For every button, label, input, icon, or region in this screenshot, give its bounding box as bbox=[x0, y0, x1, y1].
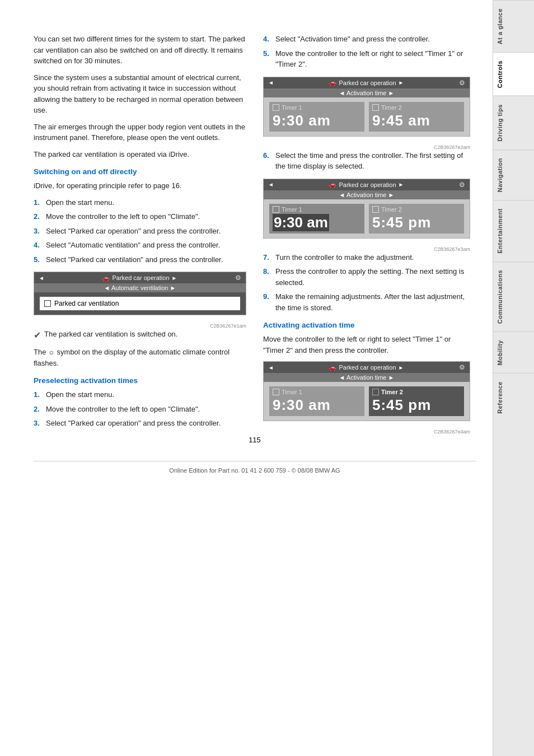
screen3-subheader: ◄ Activation time ► bbox=[339, 192, 395, 198]
screen1-item: Parked car ventilation bbox=[40, 297, 240, 310]
list-item: 2. Move the controller to the left to op… bbox=[34, 404, 246, 415]
arrow-right-icon3: ► bbox=[399, 181, 404, 188]
sidebar-tab-reference[interactable]: Reference bbox=[493, 373, 534, 422]
screen3-header: Parked car operation bbox=[339, 181, 396, 188]
intro-para1: You can set two different times for the … bbox=[34, 34, 246, 67]
list-item: 3. Select "Parked car operation" and pre… bbox=[34, 418, 246, 429]
screen2-subheader: ◄ Activation time ► bbox=[339, 90, 395, 96]
timer2-value: 9:45 am bbox=[372, 112, 461, 129]
car-icon: 🚗 bbox=[102, 274, 110, 282]
sidebar-tab-controls[interactable]: Controls bbox=[493, 52, 534, 96]
arrow-right-icon4: ► bbox=[399, 365, 404, 371]
checkbox-icon bbox=[44, 300, 51, 307]
car-icon4: 🚗 bbox=[329, 364, 336, 371]
section1-intro: iDrive, for operating principle refer to… bbox=[34, 180, 246, 192]
intro-para3: The air emerges through the upper body r… bbox=[34, 122, 246, 143]
intro-para2: Since the system uses a substantial amou… bbox=[34, 72, 246, 116]
section1-steps: 1. Open the start menu. 2. Move the cont… bbox=[34, 197, 246, 265]
screen2-caption: C2B36267e2am bbox=[263, 144, 470, 150]
screen3-caption: C2B36267e3am bbox=[263, 246, 470, 252]
timer2-label-3: Timer 2 bbox=[381, 389, 403, 395]
car-icon2: 🚗 bbox=[329, 79, 336, 86]
steps-end-list: 7. Turn the controller to make the adjus… bbox=[263, 252, 470, 314]
list-item: 5. Select "Parked car ventilation" and p… bbox=[34, 254, 246, 265]
list-item: 6. Select the time and press the control… bbox=[263, 150, 470, 172]
screen-activation-3: ◄ 🚗 Parked car operation ► ⚙ ◄ Activatio… bbox=[263, 361, 470, 421]
section3-text: Move the controller to the left or right… bbox=[263, 334, 470, 356]
sidebar-tab-communications[interactable]: Communications bbox=[493, 262, 534, 332]
screen4-subheader: ◄ Activation time ► bbox=[339, 374, 395, 381]
timer1-cell-2: Timer 1 9:30 am bbox=[269, 204, 364, 234]
sidebar-tab-navigation[interactable]: Navigation bbox=[493, 150, 534, 200]
timer2-value-2: 5:45 pm bbox=[372, 214, 461, 231]
screen2-header: Parked car operation bbox=[339, 80, 396, 86]
arrow-left-icon2: ◄ bbox=[268, 80, 274, 86]
timer1-checkbox-3 bbox=[273, 389, 279, 395]
settings-icon2: ⚙ bbox=[459, 79, 465, 87]
list-item: 1. Open the start menu. bbox=[34, 197, 246, 208]
settings-icon4: ⚙ bbox=[459, 363, 465, 371]
list-item: 4. Select "Automatic ventilation" and pr… bbox=[34, 240, 246, 251]
arrow-right-icon2: ► bbox=[399, 80, 404, 86]
timer1-value: 9:30 am bbox=[273, 112, 361, 129]
timer1-cell-3: Timer 1 9:30 am bbox=[269, 386, 364, 416]
list-item: 4. Select "Activation time" and press th… bbox=[263, 34, 470, 45]
timer1-checkbox bbox=[273, 104, 279, 111]
list-item: 5. Move the controller to the left or ri… bbox=[263, 48, 470, 70]
sidebar-tab-driving-tips[interactable]: Driving tips bbox=[493, 96, 534, 150]
section1-note2: The ☼ symbol on the display of the autom… bbox=[34, 347, 246, 368]
timer2-checkbox-2 bbox=[372, 206, 379, 213]
step6-list: 6. Select the time and press the control… bbox=[263, 150, 470, 172]
arrow-left-icon: ◄ bbox=[39, 275, 44, 281]
section2-steps: 1. Open the start menu. 2. Move the cont… bbox=[34, 389, 246, 429]
timer1-label: Timer 1 bbox=[282, 104, 302, 111]
settings-icon3: ⚙ bbox=[459, 181, 465, 189]
arrow-right-icon: ► bbox=[172, 275, 177, 281]
timer1-checkbox-2 bbox=[273, 206, 279, 213]
screen4-caption: C2B36267e4am bbox=[263, 429, 470, 435]
timer1-value-3: 9:30 am bbox=[273, 396, 361, 414]
timer2-checkbox bbox=[372, 104, 379, 111]
list-item: 8. Press the controller to apply the set… bbox=[263, 266, 470, 288]
timer2-cell-3: Timer 2 5:45 pm bbox=[369, 386, 464, 416]
timer2-value-3: 5:45 pm bbox=[372, 396, 461, 414]
timer1-label-2: Timer 1 bbox=[282, 206, 302, 213]
checkmark-icon: ✔ bbox=[34, 329, 41, 342]
timer2-label-2: Timer 2 bbox=[381, 206, 402, 213]
screen4-header: Parked car operation bbox=[339, 364, 396, 371]
list-item: 1. Open the start menu. bbox=[34, 389, 246, 400]
timer1-value-2: 9:30 am bbox=[273, 214, 329, 231]
screen1-subheader: ◄ Automatic ventilation ► bbox=[104, 284, 176, 291]
page-number: 115 bbox=[34, 436, 476, 444]
list-item: 7. Turn the controller to make the adjus… bbox=[263, 252, 470, 263]
timer2-cell: Timer 2 9:45 am bbox=[369, 102, 464, 132]
intro-para4: The parked car ventilation is operated v… bbox=[34, 149, 246, 160]
screen1-header: Parked car operation bbox=[112, 274, 169, 281]
list-item: 9. Make the remaining adjustments. After… bbox=[263, 291, 470, 313]
parked-note: ✔ The parked car ventilation is switched… bbox=[34, 329, 246, 342]
right-sidebar: At a glance Controls Driving tips Naviga… bbox=[493, 0, 534, 756]
arrow-left-icon3: ◄ bbox=[268, 181, 274, 188]
right-steps-cont: 4. Select "Activation time" and press th… bbox=[263, 34, 470, 70]
section1-heading: Switching on and off directly bbox=[34, 167, 246, 176]
timer1-label-3: Timer 1 bbox=[282, 389, 302, 395]
sidebar-tab-entertainment[interactable]: Entertainment bbox=[493, 200, 534, 261]
timer2-label: Timer 2 bbox=[381, 104, 402, 111]
screen-parked-car-1: ◄ 🚗 Parked car operation ► ⚙ ◄ Automatic… bbox=[34, 272, 246, 315]
screen1-caption: C2B36267e1am bbox=[34, 323, 246, 329]
section2-heading: Preselecting activation times bbox=[34, 376, 246, 385]
timer2-cell-2: Timer 2 5:45 pm bbox=[369, 204, 464, 234]
list-item: 2. Move the controller to the left to op… bbox=[34, 211, 246, 222]
sidebar-tab-mobility[interactable]: Mobility bbox=[493, 332, 534, 374]
settings-icon: ⚙ bbox=[235, 274, 241, 282]
sidebar-tab-at-a-glance[interactable]: At a glance bbox=[493, 0, 534, 52]
screen-activation-1: ◄ 🚗 Parked car operation ► ⚙ ◄ Activatio… bbox=[263, 77, 470, 137]
screen-activation-2: ◄ 🚗 Parked car operation ► ⚙ ◄ Activatio… bbox=[263, 179, 470, 239]
section3-heading: Activating activation time bbox=[263, 321, 470, 329]
car-icon3: 🚗 bbox=[329, 181, 336, 188]
footer-text: Online Edition for Part no. 01 41 2 600 … bbox=[34, 461, 476, 474]
timer1-cell: Timer 1 9:30 am bbox=[269, 102, 364, 132]
list-item: 3. Select "Parked car operation" and pre… bbox=[34, 226, 246, 237]
arrow-left-icon4: ◄ bbox=[268, 365, 274, 371]
timer2-checkbox-3 bbox=[372, 389, 379, 395]
